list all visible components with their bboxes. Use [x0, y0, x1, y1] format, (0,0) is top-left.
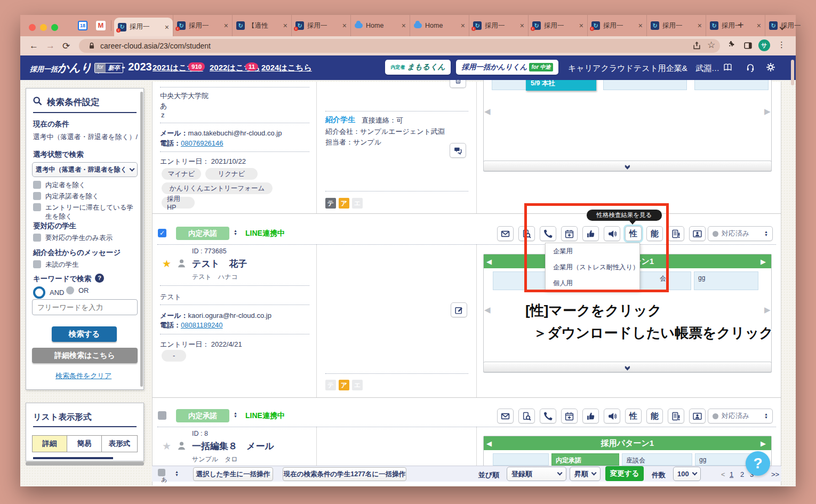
bulk-checkbox[interactable]: [158, 469, 165, 476]
calendar-plus-button[interactable]: [561, 226, 578, 241]
personality-test-button[interactable]: 性: [625, 409, 642, 423]
settings-gear-icon[interactable]: [766, 62, 775, 72]
tab-close-icon[interactable]: ×: [698, 21, 702, 30]
ability-test-button[interactable]: 能: [646, 409, 663, 423]
expand-flow-button[interactable]: [483, 362, 772, 372]
flow-next-arrow-icon[interactable]: ▶: [764, 107, 771, 116]
follow-status-select[interactable]: 対応済み ▲▼: [708, 409, 773, 423]
freeword-input[interactable]: [32, 299, 138, 315]
profile-avatar[interactable]: サ: [758, 39, 770, 51]
checkbox-exclude-naitei[interactable]: 内定者を除く: [33, 181, 138, 190]
edit-note-button[interactable]: [451, 302, 467, 317]
list-simple-button[interactable]: 簡易: [67, 435, 102, 452]
tag-a[interactable]: ア: [339, 198, 349, 209]
pattern-prev-arrow-icon[interactable]: ◀: [486, 258, 492, 266]
checkbox-icon[interactable]: [33, 260, 41, 268]
menu-item-company[interactable]: 企業用: [546, 243, 639, 259]
new-tab-button[interactable]: +: [738, 19, 744, 31]
tab-close-icon[interactable]: ×: [283, 21, 287, 30]
tab-close-icon[interactable]: ×: [402, 21, 406, 30]
status-select[interactable]: 選考中（落選者・辞退者を除く: [32, 162, 138, 177]
status-stepper[interactable]: ▲▼: [234, 412, 237, 418]
checkbox-attention-only[interactable]: 要対応の学生のみ表示: [33, 234, 138, 243]
page-prev[interactable]: <: [721, 470, 725, 478]
calendar-plus-button[interactable]: [561, 409, 578, 423]
flow-prev-arrow-icon[interactable]: ◀: [484, 107, 491, 116]
pattern-next-arrow-icon[interactable]: ▶: [761, 439, 766, 447]
radio-selected-icon[interactable]: [33, 286, 45, 299]
tab-saiyo[interactable]: ↻!採用一×: [469, 15, 528, 36]
student-name[interactable]: テスト 花子: [192, 258, 247, 270]
close-window-button[interactable]: [29, 24, 36, 31]
flow-step-cell-current[interactable]: 内定承諾: [551, 453, 619, 466]
menu-item-company-stress[interactable]: 企業用（ストレス耐性入り）: [546, 259, 639, 275]
favorite-star-icon[interactable]: ★: [162, 440, 171, 452]
extensions-puzzle-icon[interactable]: [726, 41, 735, 50]
document-search-button[interactable]: [518, 226, 535, 241]
flow-step-cell[interactable]: 座談会: [622, 453, 692, 466]
tab-home[interactable]: Home×: [350, 15, 410, 36]
tab-saiyo[interactable]: ↻!採用一×: [291, 15, 350, 36]
tab-search-chevron-icon[interactable]: [780, 22, 784, 31]
photo-id-button[interactable]: [689, 409, 706, 423]
personality-test-button[interactable]: 性: [625, 226, 642, 241]
tab-home[interactable]: Home×: [410, 15, 469, 36]
tab-tekisei[interactable]: ↻【適性×: [232, 15, 291, 36]
flow-step-cell[interactable]: [493, 453, 549, 466]
thumbs-up-button[interactable]: [582, 226, 599, 241]
phone-button[interactable]: [540, 226, 556, 241]
tab-close-icon[interactable]: ×: [520, 21, 524, 30]
tag-e[interactable]: エ: [352, 380, 363, 390]
kanrikun-chuto-button[interactable]: 採用一括かんりくん for 中途: [456, 60, 558, 75]
help-button[interactable]: ?: [746, 451, 770, 476]
apply-button[interactable]: 変更する: [605, 466, 644, 481]
photo-id-button[interactable]: [689, 226, 706, 241]
page-scrollbar[interactable]: [791, 60, 794, 85]
tab-close-icon[interactable]: ×: [579, 21, 583, 30]
menu-item-personal[interactable]: 個人用: [546, 275, 639, 291]
radio-icon[interactable]: [66, 286, 74, 294]
flow-prev-arrow-icon[interactable]: ◀: [484, 305, 491, 315]
checkbox-exclude-naitei-shodaku[interactable]: 内定承諾者を除く: [33, 192, 138, 201]
help-question-icon[interactable]: ?: [95, 274, 104, 283]
mail-button[interactable]: [497, 226, 514, 241]
expand-flow-button[interactable]: [483, 161, 772, 171]
tab-close-icon[interactable]: ×: [638, 21, 643, 30]
report-button[interactable]: [668, 409, 684, 423]
manual-book-icon[interactable]: [723, 63, 733, 72]
reload-button[interactable]: ⟳: [62, 41, 70, 52]
tab-close-icon[interactable]: ×: [224, 21, 228, 30]
list-table-button[interactable]: 表形式: [102, 435, 138, 452]
traffic-lights[interactable]: [29, 24, 58, 31]
advanced-search-button[interactable]: 詳細検索はこちら: [32, 348, 138, 363]
calendar-pinned-tab[interactable]: 18: [78, 21, 87, 30]
phone-link[interactable]: 08076926146: [181, 139, 223, 147]
favorite-star-icon[interactable]: ★: [162, 258, 171, 270]
checkbox-exclude-entry[interactable]: エントリーに滞在している学生を除く: [33, 203, 138, 221]
megaphone-button[interactable]: [604, 409, 620, 423]
side-panel-icon[interactable]: [743, 41, 753, 50]
tab-saiyo[interactable]: ↻!採用一×: [587, 15, 646, 36]
tag-a[interactable]: ア: [339, 380, 349, 390]
sidebar-hscrollbar[interactable]: [26, 462, 144, 466]
maximize-window-button[interactable]: [51, 24, 58, 31]
row-checkbox-checked[interactable]: ✓: [158, 229, 166, 237]
radio-or[interactable]: OR: [66, 286, 89, 294]
sort-select[interactable]: 登録順: [507, 467, 566, 481]
tab-saiyo[interactable]: ↻!採用一×: [528, 15, 587, 36]
phone-link[interactable]: 08081189240: [181, 321, 223, 329]
url-text[interactable]: career-cloud.asia/23/com/student: [100, 42, 211, 50]
bulk-stepper[interactable]: ▲▼: [175, 470, 179, 477]
radio-and[interactable]: AND: [33, 286, 64, 299]
tab-saiyo[interactable]: ↻!採用一×: [173, 15, 232, 36]
tab-saiyo[interactable]: ↻採用一×: [646, 15, 706, 36]
tab-close-icon[interactable]: ×: [165, 23, 169, 31]
phone-button[interactable]: [540, 409, 556, 423]
gmail-pinned-tab[interactable]: M: [96, 21, 106, 30]
clear-conditions-link[interactable]: 検索条件をクリア: [55, 371, 111, 381]
tab-saiyo[interactable]: ↻採用一×: [765, 15, 816, 36]
page-next[interactable]: >>: [771, 470, 779, 478]
forward-button[interactable]: →: [46, 41, 55, 51]
checkbox-icon[interactable]: [33, 203, 41, 211]
browser-menu-icon[interactable]: ⋮: [778, 40, 786, 50]
